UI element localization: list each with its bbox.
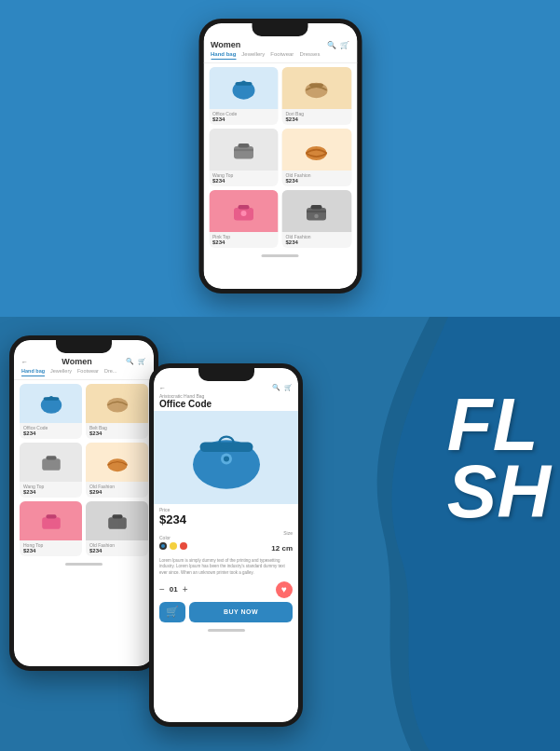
svg-rect-13: [311, 204, 322, 209]
tab-jewellery[interactable]: Jewellery: [241, 51, 265, 60]
app-header: Women 🔍 🛒: [203, 36, 357, 51]
color-dot-red[interactable]: [180, 542, 187, 550]
price-value: $234: [154, 512, 298, 528]
phone-right-screen: ← 🔍 🛒 Aristocratic Hand Bag Office Code: [154, 368, 298, 722]
product-card[interactable]: Old Fashion $234: [86, 501, 148, 556]
cart-icon-left: 🛒: [138, 358, 146, 365]
app-tabs-left: Hand bag Jewellery Footwear Dre...: [14, 368, 154, 380]
color-dot-yellow[interactable]: [170, 542, 177, 550]
search-icon-left: 🔍: [126, 358, 134, 365]
detail-header: ← 🔍 🛒: [154, 381, 298, 393]
color-size-row: Color Size 12 cm: [154, 528, 298, 556]
svg-rect-5: [234, 145, 253, 158]
product-info: Old Fashion $234: [282, 232, 352, 248]
header-icons-left: 🔍 🛒: [126, 358, 146, 365]
home-indicator-right: [208, 629, 245, 632]
tab-handbag-left[interactable]: Hand bag: [21, 368, 45, 376]
heart-button[interactable]: ♥: [276, 581, 293, 598]
tab-jewellery-left[interactable]: Jewellery: [50, 368, 72, 376]
product-card[interactable]: Old Fashion $234: [282, 129, 352, 186]
svg-rect-20: [42, 458, 61, 471]
product-price: $234: [23, 430, 78, 436]
product-price: $234: [89, 430, 144, 436]
size-section: Size 12 cm: [271, 530, 293, 554]
app-tabs: Hand bag Jewellery Footwear Dresses: [203, 51, 357, 63]
qty-value: 01: [170, 585, 178, 594]
bottom-section: FL SH ← Women 🔍 🛒 Hand bag Jewellery: [0, 317, 560, 751]
product-price: $234: [23, 548, 78, 553]
phone-left-screen: ← Women 🔍 🛒 Hand bag Jewellery Footwear …: [14, 340, 154, 666]
product-card[interactable]: Hong Top $234: [20, 501, 82, 556]
product-info: Dori Bag $234: [282, 109, 352, 125]
product-grid-top: Office Code $234 Dori Bag $234: [203, 63, 357, 252]
product-card[interactable]: Old Fashion $294: [86, 443, 148, 498]
tab-footwear-left[interactable]: Footwear: [77, 368, 99, 376]
header-icons-right: 🔍 🛒: [272, 384, 293, 391]
color-label: Color: [159, 535, 187, 540]
buy-now-button[interactable]: BUY NOW: [189, 602, 293, 622]
product-description: Lorem Ipsum is simply dummy text of the …: [154, 556, 298, 578]
tab-dresses[interactable]: Dresses: [299, 51, 320, 60]
product-card[interactable]: Office Code $234: [209, 67, 279, 125]
product-card[interactable]: Belt Bag $234: [86, 384, 148, 439]
product-card[interactable]: Pink Top $234: [209, 190, 279, 248]
product-img: [209, 190, 279, 232]
flash-line1: FL: [447, 391, 551, 458]
app-title: Women: [211, 40, 240, 49]
product-info: Old Fashion $294: [86, 482, 148, 498]
product-card[interactable]: Wang Top $234: [209, 129, 279, 186]
cart-button[interactable]: 🛒: [159, 602, 185, 622]
product-card[interactable]: Office Code $234: [20, 384, 82, 439]
wave-background: [355, 317, 560, 751]
product-img: [86, 501, 148, 540]
svg-point-15: [315, 213, 320, 218]
svg-rect-10: [238, 204, 249, 209]
size-label: Size: [271, 530, 293, 536]
product-info: Wang Top $234: [209, 171, 279, 186]
svg-rect-24: [46, 514, 56, 518]
product-img: [209, 129, 279, 171]
svg-rect-23: [42, 517, 61, 529]
product-detail-title: Office Code: [154, 399, 298, 411]
app-header-left: ← Women 🔍 🛒: [14, 353, 154, 368]
product-price: $234: [286, 239, 348, 245]
tab-footwear[interactable]: Footwear: [270, 51, 294, 60]
svg-rect-7: [234, 148, 253, 150]
flash-sale-text: FL SH: [447, 391, 551, 526]
phone-bottom-right: ← 🔍 🛒 Aristocratic Hand Bag Office Code: [149, 363, 303, 727]
product-info: Hong Top $234: [20, 540, 82, 556]
product-card[interactable]: Dori Bag $234: [282, 67, 352, 125]
svg-rect-6: [238, 143, 249, 147]
svg-rect-26: [112, 514, 122, 518]
product-info: Old Fashion $234: [282, 171, 352, 186]
product-grid-left: Office Code $234 Belt Bag $234: [14, 380, 154, 560]
tab-handbag[interactable]: Hand bag: [211, 51, 236, 60]
product-img: [20, 384, 82, 423]
qty-increase[interactable]: +: [183, 584, 188, 594]
back-arrow[interactable]: ←: [159, 385, 166, 391]
phones-bottom-container: ← Women 🔍 🛒 Hand bag Jewellery Footwear …: [9, 335, 303, 727]
product-price: $234: [212, 178, 275, 184]
product-card[interactable]: Wang Top $234: [20, 443, 82, 498]
qty-controls: − 01 +: [159, 584, 188, 594]
product-info: Belt Bag $234: [86, 423, 148, 439]
product-price: $294: [89, 489, 144, 495]
buy-now-bar: 🛒 BUY NOW: [154, 600, 298, 626]
svg-point-31: [224, 457, 229, 462]
svg-point-19: [106, 398, 127, 412]
product-info: Pink Top $234: [209, 232, 279, 248]
qty-decrease[interactable]: −: [159, 584, 165, 594]
flash-line2: SH: [447, 458, 551, 526]
home-indicator: [262, 254, 299, 257]
svg-point-2: [241, 80, 246, 85]
tab-dre-left[interactable]: Dre...: [104, 368, 116, 376]
header-icons: 🔍 🛒: [327, 41, 349, 49]
product-price: $234: [286, 116, 348, 122]
product-card[interactable]: Old Fashion $234: [282, 190, 352, 248]
color-dot-blue[interactable]: [159, 542, 167, 550]
product-img: [20, 501, 82, 540]
product-img: [20, 443, 82, 482]
svg-point-22: [107, 458, 127, 471]
product-img: [86, 443, 148, 482]
search-icon-right: 🔍: [272, 384, 280, 391]
